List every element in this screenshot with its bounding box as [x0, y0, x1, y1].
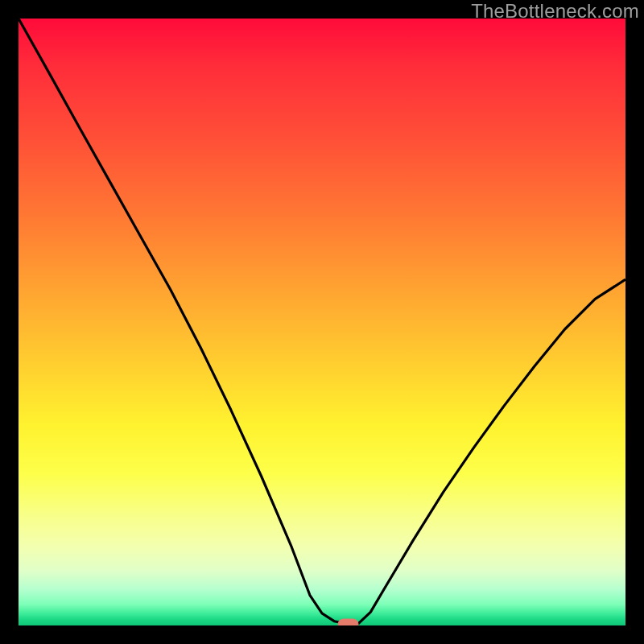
- curve-path: [19, 19, 625, 624]
- chart-frame: TheBottleneck.com: [0, 0, 644, 644]
- bottleneck-marker: [338, 619, 358, 625]
- bottleneck-curve: [19, 19, 625, 625]
- watermark-text: TheBottleneck.com: [471, 0, 639, 23]
- plot-area: [19, 19, 625, 625]
